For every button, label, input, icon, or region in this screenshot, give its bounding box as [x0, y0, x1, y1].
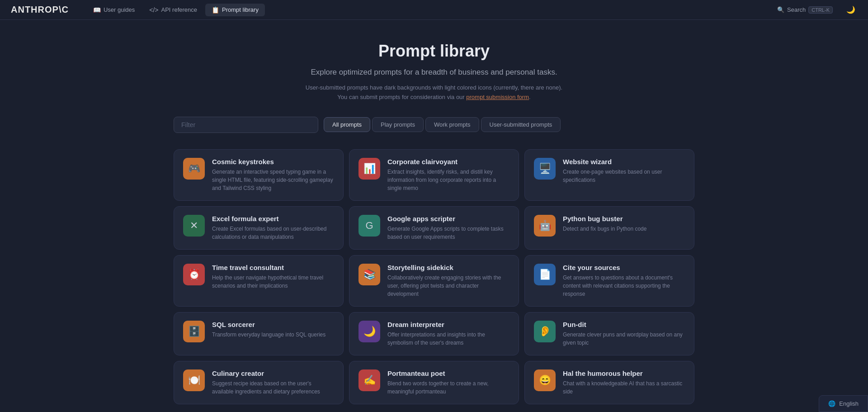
- website-wizard-desc: Create one-page websites based on user s…: [563, 168, 685, 184]
- hal-the-humorous-helper-title: Hal the humorous helper: [563, 369, 685, 377]
- cosmic-keystrokes-desc: Generate an interactive speed typing gam…: [212, 168, 334, 192]
- card-cite-your-sources[interactable]: 📄 Cite your sources Get answers to quest…: [524, 255, 694, 307]
- card-storytelling-sidekick[interactable]: 📚 Storytelling sidekick Collaboratively …: [349, 255, 519, 307]
- search-kbd: CTRL-K: [808, 6, 833, 14]
- time-travel-consultant-title: Time travel consultant: [212, 264, 334, 271]
- google-apps-scripter-text: Google apps scripter Generate Google App…: [387, 215, 509, 241]
- logo: ANTHROP\C: [11, 5, 69, 15]
- card-google-apps-scripter[interactable]: G Google apps scripter Generate Google A…: [349, 206, 519, 250]
- storytelling-sidekick-text: Storytelling sidekick Collaboratively cr…: [387, 264, 509, 298]
- nav-api-reference[interactable]: </> API reference: [143, 4, 203, 16]
- portmanteau-poet-desc: Blend two words together to create a new…: [387, 379, 509, 396]
- card-corporate-clairvoyant[interactable]: 📊 Corporate clairvoyant Extract insights…: [349, 149, 519, 201]
- culinary-creator-desc: Suggest recipe ideas based on the user's…: [212, 379, 334, 396]
- nav-prompt-library[interactable]: 📋 Prompt library: [205, 4, 265, 16]
- website-wizard-text: Website wizard Create one-page websites …: [563, 158, 685, 184]
- page-title: Prompt library: [174, 42, 694, 61]
- culinary-creator-text: Culinary creator Suggest recipe ideas ba…: [212, 369, 334, 396]
- dream-interpreter-text: Dream interpreter Offer interpretations …: [387, 321, 509, 347]
- sql-sorcerer-desc: Transform everyday language into SQL que…: [212, 331, 326, 339]
- page-subtitle: Explore optimized prompts for a breadth …: [174, 68, 694, 77]
- website-wizard-title: Website wizard: [563, 158, 685, 166]
- filter-input[interactable]: [174, 117, 318, 133]
- card-website-wizard[interactable]: 🖥️ Website wizard Create one-page websit…: [524, 149, 694, 201]
- python-bug-buster-text: Python bug buster Detect and fix bugs in…: [563, 215, 646, 233]
- card-culinary-creator[interactable]: 🍽️ Culinary creator Suggest recipe ideas…: [174, 361, 344, 404]
- cosmic-keystrokes-title: Cosmic keystrokes: [212, 158, 334, 166]
- filter-row: All prompts Play prompts Work prompts Us…: [174, 117, 694, 133]
- python-bug-buster-title: Python bug buster: [563, 215, 646, 223]
- sql-sorcerer-icon: 🗄️: [183, 321, 205, 342]
- theme-toggle-button[interactable]: 🌙: [844, 4, 857, 16]
- portmanteau-poet-icon: ✍️: [359, 369, 380, 391]
- card-hal-the-humorous-helper[interactable]: 😄 Hal the humorous helper Chat with a kn…: [524, 361, 694, 404]
- prompt-submission-link[interactable]: prompt submission form: [466, 94, 529, 100]
- tab-play-prompts[interactable]: Play prompts: [372, 117, 424, 132]
- nav-user-guides[interactable]: 📖 User guides: [87, 4, 141, 16]
- card-dream-interpreter[interactable]: 🌙 Dream interpreter Offer interpretation…: [349, 312, 519, 355]
- pun-dit-desc: Generate clever puns and wordplay based …: [563, 331, 685, 347]
- cards-grid: 🎮 Cosmic keystrokes Generate an interact…: [174, 149, 694, 404]
- card-portmanteau-poet[interactable]: ✍️ Portmanteau poet Blend two words toge…: [349, 361, 519, 404]
- dream-interpreter-desc: Offer interpretations and insights into …: [387, 331, 509, 347]
- tab-group: All prompts Play prompts Work prompts Us…: [324, 117, 561, 132]
- card-excel-formula-expert[interactable]: ✕ Excel formula expert Create Excel form…: [174, 206, 344, 250]
- pun-dit-icon: 👂: [534, 321, 556, 342]
- cite-your-sources-desc: Get answers to questions about a documen…: [563, 274, 685, 298]
- tab-user-submitted-prompts[interactable]: User-submitted prompts: [481, 117, 561, 132]
- card-cosmic-keystrokes[interactable]: 🎮 Cosmic keystrokes Generate an interact…: [174, 149, 344, 201]
- culinary-creator-title: Culinary creator: [212, 369, 334, 377]
- excel-formula-expert-title: Excel formula expert: [212, 215, 334, 223]
- pun-dit-text: Pun-dit Generate clever puns and wordpla…: [563, 321, 685, 347]
- dream-interpreter-title: Dream interpreter: [387, 321, 509, 328]
- storytelling-sidekick-desc: Collaboratively create engaging stories …: [387, 274, 509, 298]
- sql-sorcerer-text: SQL sorcerer Transform everyday language…: [212, 321, 326, 339]
- website-wizard-icon: 🖥️: [534, 158, 556, 180]
- search-button[interactable]: 🔍 Search CTRL-K: [774, 5, 836, 15]
- time-travel-consultant-icon: ⏰: [183, 264, 205, 285]
- cosmic-keystrokes-text: Cosmic keystrokes Generate an interactiv…: [212, 158, 334, 192]
- tab-all-prompts[interactable]: All prompts: [324, 117, 370, 132]
- nav-links: 📖 User guides </> API reference 📋 Prompt…: [87, 4, 774, 16]
- storytelling-sidekick-icon: 📚: [359, 264, 380, 285]
- portmanteau-poet-text: Portmanteau poet Blend two words togethe…: [387, 369, 509, 396]
- culinary-creator-icon: 🍽️: [183, 369, 205, 391]
- corporate-clairvoyant-icon: 📊: [359, 158, 380, 180]
- moon-icon: 🌙: [846, 6, 855, 14]
- cosmic-keystrokes-icon: 🎮: [183, 158, 205, 180]
- book-icon: 📖: [93, 6, 101, 14]
- python-bug-buster-icon: 🤖: [534, 215, 556, 237]
- excel-formula-expert-icon: ✕: [183, 215, 205, 237]
- pun-dit-title: Pun-dit: [563, 321, 685, 328]
- card-time-travel-consultant[interactable]: ⏰ Time travel consultant Help the user n…: [174, 255, 344, 307]
- time-travel-consultant-desc: Help the user navigate hypothetical time…: [212, 274, 334, 290]
- topbar: ANTHROP\C 📖 User guides </> API referenc…: [0, 0, 868, 20]
- clipboard-icon: 📋: [212, 6, 219, 14]
- corporate-clairvoyant-text: Corporate clairvoyant Extract insights, …: [387, 158, 509, 192]
- python-bug-buster-desc: Detect and fix bugs in Python code: [563, 225, 646, 233]
- google-apps-scripter-title: Google apps scripter: [387, 215, 509, 223]
- sql-sorcerer-title: SQL sorcerer: [212, 321, 326, 328]
- excel-formula-expert-desc: Create Excel formulas based on user-desc…: [212, 225, 334, 241]
- google-apps-scripter-desc: Generate Google Apps scripts to complete…: [387, 225, 509, 241]
- cite-your-sources-title: Cite your sources: [563, 264, 685, 271]
- time-travel-consultant-text: Time travel consultant Help the user nav…: [212, 264, 334, 290]
- search-icon: 🔍: [777, 6, 784, 13]
- excel-formula-expert-text: Excel formula expert Create Excel formul…: [212, 215, 334, 241]
- hal-the-humorous-helper-icon: 😄: [534, 369, 556, 391]
- main-content: Prompt library Explore optimized prompts…: [163, 20, 705, 412]
- portmanteau-poet-title: Portmanteau poet: [387, 369, 509, 377]
- card-python-bug-buster[interactable]: 🤖 Python bug buster Detect and fix bugs …: [524, 206, 694, 250]
- page-notice: User-submitted prompts have dark backgro…: [174, 83, 694, 102]
- tab-work-prompts[interactable]: Work prompts: [425, 117, 479, 132]
- hal-the-humorous-helper-desc: Chat with a knowledgeable AI that has a …: [563, 379, 685, 396]
- corporate-clairvoyant-desc: Extract insights, identify risks, and di…: [387, 168, 509, 192]
- language-label: English: [839, 400, 859, 407]
- topbar-right: 🔍 Search CTRL-K 🌙: [774, 4, 857, 16]
- card-sql-sorcerer[interactable]: 🗄️ SQL sorcerer Transform everyday langu…: [174, 312, 344, 355]
- code-icon: </>: [149, 6, 158, 14]
- language-bar[interactable]: 🌐 English: [819, 395, 868, 412]
- google-apps-scripter-icon: G: [359, 215, 380, 237]
- storytelling-sidekick-title: Storytelling sidekick: [387, 264, 509, 271]
- card-pun-dit[interactable]: 👂 Pun-dit Generate clever puns and wordp…: [524, 312, 694, 355]
